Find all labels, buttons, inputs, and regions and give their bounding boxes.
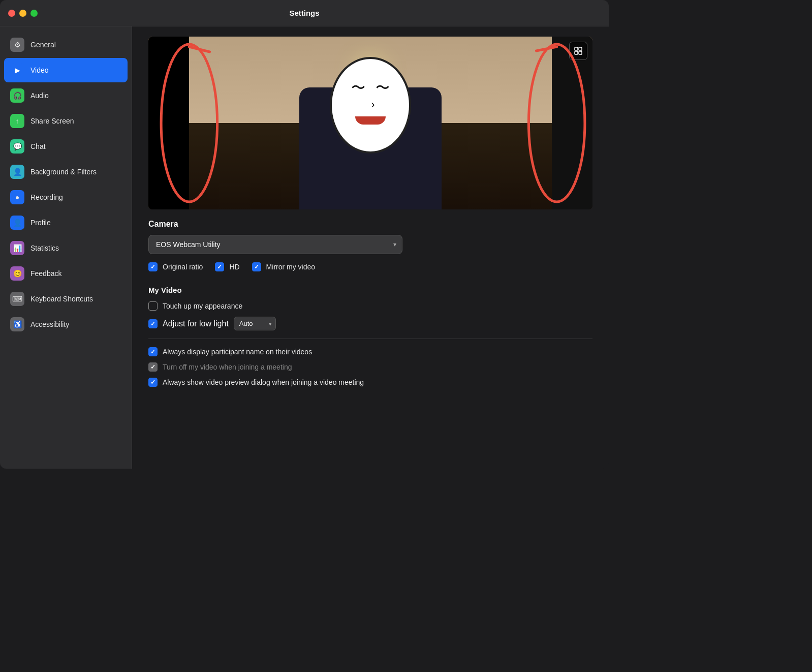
title-bar: Settings <box>0 0 609 26</box>
close-button[interactable] <box>8 10 15 17</box>
sidebar-icon-keyboard-shortcuts: ⌨ <box>10 292 24 306</box>
sidebar-item-profile[interactable]: 👤Profile <box>4 210 128 235</box>
traffic-lights <box>8 10 38 17</box>
camera-feed: 〜 〜 › <box>148 37 592 209</box>
sidebar-icon-feedback: 😊 <box>10 266 24 281</box>
content-area: 〜 〜 › <box>132 26 609 469</box>
turn-off-video-row: ✓ Turn off my video when joining a meeti… <box>148 362 592 372</box>
adjust-low-light-row: ✓ Adjust for low light Auto Manual Off ▾ <box>148 317 592 330</box>
sidebar-item-chat[interactable]: 💬Chat <box>4 134 128 159</box>
section-divider <box>148 339 592 339</box>
main-layout: ⚙General▶Video🎧Audio↑Share Screen💬Chat👤B… <box>0 26 609 469</box>
sidebar-label-feedback: Feedback <box>30 269 61 278</box>
sidebar-icon-profile: 👤 <box>10 216 24 230</box>
svg-rect-2 <box>575 47 578 50</box>
sidebar-icon-background-filters: 👤 <box>10 165 24 179</box>
sidebar-label-profile: Profile <box>30 219 51 227</box>
original-ratio-label: Original ratio <box>163 263 203 271</box>
sidebar-item-background-filters[interactable]: 👤Background & Filters <box>4 160 128 184</box>
sidebar-item-feedback[interactable]: 😊Feedback <box>4 261 128 286</box>
camera-section: Camera EOS Webcam Utility FaceTime HD Ca… <box>148 220 592 278</box>
sidebar-label-accessibility: Accessibility <box>30 320 69 328</box>
original-ratio-row: ✓ Original ratio <box>148 262 203 271</box>
always-display-name-row: ✓ Always display participant name on the… <box>148 347 592 356</box>
sidebar-item-keyboard-shortcuts[interactable]: ⌨Keyboard Shortcuts <box>4 287 128 311</box>
svg-rect-4 <box>575 51 578 54</box>
sidebar-item-general[interactable]: ⚙General <box>4 33 128 57</box>
sidebar-label-share-screen: Share Screen <box>30 117 74 125</box>
sidebar-item-accessibility[interactable]: ♿Accessibility <box>4 312 128 337</box>
sidebar-item-audio[interactable]: 🎧Audio <box>4 83 128 108</box>
sidebar-label-audio: Audio <box>30 91 49 100</box>
sidebar-icon-audio: 🎧 <box>10 88 24 103</box>
adjust-low-light-dropdown[interactable]: Auto Manual Off <box>234 317 276 330</box>
always-display-name-label: Always display participant name on their… <box>163 348 312 356</box>
my-video-section: My Video Touch up my appearance ✓ Adjust… <box>148 286 592 387</box>
original-ratio-checkbox[interactable]: ✓ <box>148 262 158 271</box>
camera-dropdown[interactable]: EOS Webcam Utility FaceTime HD Camera Vi… <box>148 235 402 254</box>
side-panel-right <box>552 37 592 209</box>
touch-up-row: Touch up my appearance <box>148 301 592 311</box>
sidebar-icon-share-screen: ↑ <box>10 114 24 128</box>
sidebar-item-recording[interactable]: ●Recording <box>4 185 128 209</box>
always-display-name-checkbox[interactable]: ✓ <box>148 347 158 356</box>
always-show-preview-checkbox[interactable]: ✓ <box>148 378 158 387</box>
mirror-video-label: Mirror my video <box>266 263 315 271</box>
window-title: Settings <box>289 9 319 17</box>
sidebar-icon-general: ⚙ <box>10 38 24 52</box>
mirror-video-checkbox[interactable]: ✓ <box>252 262 261 271</box>
checkmark: ✓ <box>150 263 155 270</box>
expand-preview-button[interactable] <box>569 42 587 60</box>
adjust-low-light-label: Adjust for low light <box>163 319 229 328</box>
adjust-low-light-dropdown-wrapper: Auto Manual Off ▾ <box>234 317 276 330</box>
checkmark: ✓ <box>254 263 259 270</box>
fullscreen-button[interactable] <box>30 10 38 17</box>
sidebar-icon-chat: 💬 <box>10 139 24 154</box>
sidebar-icon-recording: ● <box>10 190 24 204</box>
touch-up-label: Touch up my appearance <box>163 302 242 310</box>
sidebar-label-video: Video <box>30 66 49 74</box>
checkmark: ✓ <box>150 348 155 355</box>
hd-checkbox[interactable]: ✓ <box>215 262 224 271</box>
my-video-section-title: My Video <box>148 286 592 294</box>
turn-off-video-label: Turn off my video when joining a meeting <box>163 363 292 371</box>
checkmark: ✓ <box>217 263 222 270</box>
minimize-button[interactable] <box>19 10 26 17</box>
sidebar-label-keyboard-shortcuts: Keyboard Shortcuts <box>30 295 93 303</box>
camera-dropdown-wrapper: EOS Webcam Utility FaceTime HD Camera Vi… <box>148 235 402 254</box>
right-eye: 〜 <box>376 81 390 95</box>
sidebar-label-general: General <box>30 41 56 49</box>
sidebar-label-statistics: Statistics <box>30 244 59 252</box>
anonymized-face: 〜 〜 › <box>330 57 411 154</box>
sidebar-item-statistics[interactable]: 📊Statistics <box>4 236 128 260</box>
always-show-preview-label: Always show video preview dialog when jo… <box>163 378 364 386</box>
sidebar-icon-accessibility: ♿ <box>10 317 24 331</box>
checkmark: ✓ <box>150 379 155 386</box>
always-show-preview-row: ✓ Always show video preview dialog when … <box>148 378 592 387</box>
face-eyes: 〜 〜 <box>351 81 390 95</box>
video-preview: 〜 〜 › <box>148 37 592 209</box>
touch-up-checkbox[interactable] <box>148 301 158 311</box>
svg-rect-5 <box>579 51 582 54</box>
checkmark: ✓ <box>150 320 155 327</box>
checkmark: ✓ <box>150 363 155 371</box>
sidebar-label-recording: Recording <box>30 193 63 201</box>
hd-label: HD <box>229 263 239 271</box>
hd-row: ✓ HD <box>215 262 239 271</box>
camera-checkboxes-row: ✓ Original ratio ✓ HD ✓ Mirror my video <box>148 262 592 278</box>
adjust-low-light-checkbox[interactable]: ✓ <box>148 319 158 328</box>
svg-rect-3 <box>579 47 582 50</box>
sidebar: ⚙General▶Video🎧Audio↑Share Screen💬Chat👤B… <box>0 26 132 469</box>
left-eye: 〜 <box>351 81 365 95</box>
turn-off-video-checkbox[interactable]: ✓ <box>148 362 158 372</box>
side-panel-left <box>148 37 189 209</box>
sidebar-icon-statistics: 📊 <box>10 241 24 255</box>
sidebar-label-chat: Chat <box>30 142 46 150</box>
camera-section-title: Camera <box>148 220 592 229</box>
sidebar-item-video[interactable]: ▶Video <box>4 58 128 82</box>
mirror-video-row: ✓ Mirror my video <box>252 262 315 271</box>
face-mouth <box>355 116 386 125</box>
sidebar-item-share-screen[interactable]: ↑Share Screen <box>4 109 128 133</box>
face-nose: › <box>371 99 374 110</box>
sidebar-icon-video: ▶ <box>10 63 24 77</box>
